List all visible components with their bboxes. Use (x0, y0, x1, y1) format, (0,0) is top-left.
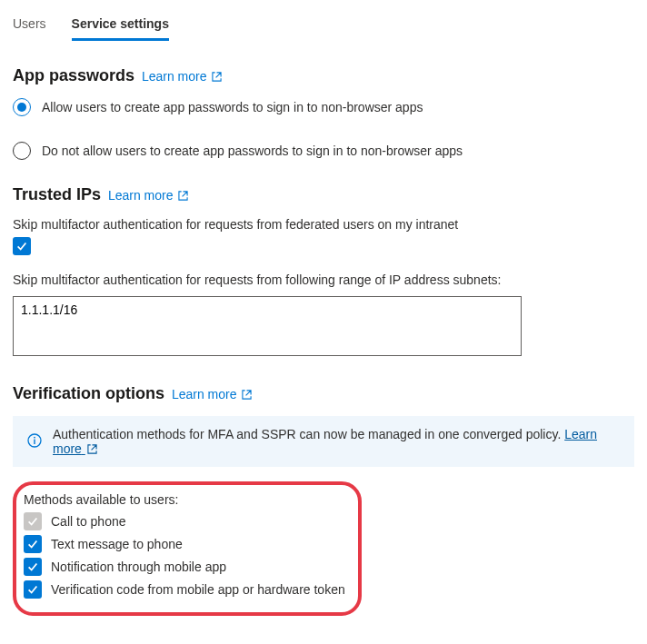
trusted-ips-title: Trusted IPs (13, 185, 101, 203)
method-call-row: Call to phone (24, 512, 345, 530)
radio-allow-app-passwords[interactable] (13, 98, 31, 116)
skip-federated-checkbox[interactable] (13, 237, 31, 255)
methods-available-label: Methods available to users: (24, 492, 345, 507)
trusted-ips-header: Trusted IPs Learn more (13, 185, 634, 204)
method-notification-row: Notification through mobile app (24, 558, 345, 576)
radio-disallow-app-passwords[interactable] (13, 142, 31, 160)
ip-subnets-textarea[interactable] (13, 296, 522, 356)
svg-point-1 (34, 436, 35, 438)
method-call-label: Call to phone (51, 514, 126, 529)
skip-federated-checkbox-row (13, 237, 634, 255)
learn-more-label: Learn more (142, 69, 207, 84)
svg-rect-2 (34, 439, 35, 444)
trusted-ips-learn-link[interactable]: Learn more (108, 188, 188, 203)
method-code-row: Verification code from mobile app or har… (24, 580, 345, 599)
app-passwords-header: App passwords Learn more (13, 66, 634, 85)
learn-more-label: Learn more (172, 387, 237, 401)
info-banner-text: Authentication methods for MFA and SSPR … (53, 427, 620, 456)
verification-learn-link[interactable]: Learn more (172, 387, 252, 401)
external-link-icon (212, 72, 222, 82)
app-passwords-learn-link[interactable]: Learn more (142, 69, 222, 84)
banner-text-content: Authentication methods for MFA and SSPR … (53, 427, 561, 441)
skip-federated-label: Skip multifactor authentication for requ… (13, 217, 634, 232)
method-notification-checkbox[interactable] (24, 558, 42, 576)
app-passwords-title: App passwords (13, 66, 134, 84)
method-text-row: Text message to phone (24, 535, 345, 553)
verification-title: Verification options (13, 384, 164, 402)
radio-allow-label[interactable]: Allow users to create app passwords to s… (42, 100, 423, 114)
external-link-icon (178, 191, 188, 201)
tabs-bar: Users Service settings (13, 7, 634, 41)
method-call-checkbox (24, 512, 42, 530)
verification-header: Verification options Learn more (13, 384, 634, 403)
method-notification-label: Notification through mobile app (51, 560, 226, 574)
learn-more-label: Learn more (108, 188, 174, 203)
method-code-checkbox[interactable] (24, 580, 42, 599)
method-code-label: Verification code from mobile app or har… (51, 582, 345, 597)
method-text-label: Text message to phone (51, 537, 183, 551)
tab-service-settings[interactable]: Service settings (72, 7, 169, 41)
info-banner: Authentication methods for MFA and SSPR … (13, 416, 634, 467)
method-text-checkbox[interactable] (24, 535, 42, 553)
external-link-icon (242, 390, 252, 400)
tab-users[interactable]: Users (13, 7, 46, 41)
radio-disallow-app-passwords-row: Do not allow users to create app passwor… (13, 142, 634, 160)
skip-range-label: Skip multifactor authentication for requ… (13, 272, 634, 287)
info-icon (27, 433, 42, 451)
radio-disallow-label[interactable]: Do not allow users to create app passwor… (42, 144, 463, 158)
radio-allow-app-passwords-row: Allow users to create app passwords to s… (13, 98, 634, 116)
external-link-icon (87, 444, 97, 454)
methods-highlight-box: Methods available to users: Call to phon… (13, 481, 362, 616)
